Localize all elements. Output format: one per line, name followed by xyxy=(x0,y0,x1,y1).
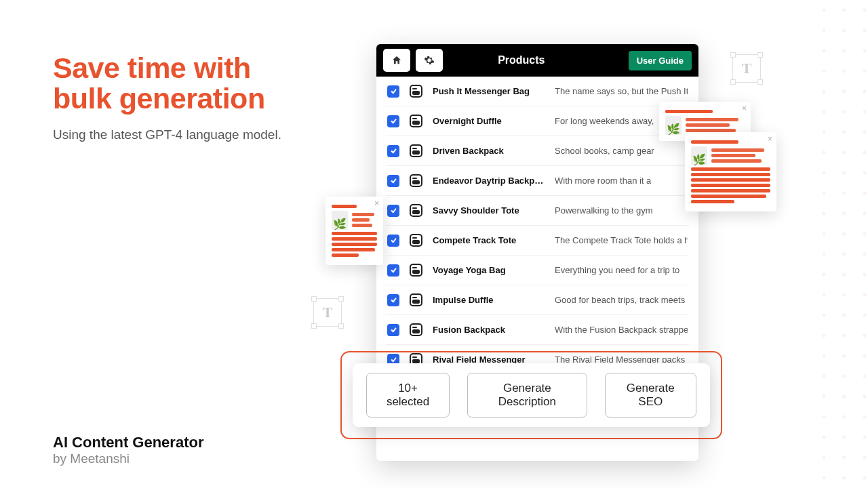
product-list: Push It Messenger BagThe name says so, b… xyxy=(376,77,698,375)
product-thumb-icon xyxy=(410,85,422,98)
product-desc: With the Fusion Backpack strappe xyxy=(555,325,688,335)
close-icon[interactable]: × xyxy=(374,199,379,208)
product-thumb-icon xyxy=(410,204,422,217)
user-guide-button[interactable]: User Guide xyxy=(629,51,692,70)
product-name: Compete Track Tote xyxy=(433,235,545,245)
selected-count-pill[interactable]: 10+ selected xyxy=(366,373,450,418)
product-desc: The name says so, but the Push It xyxy=(555,86,688,96)
close-icon[interactable]: × xyxy=(742,104,747,113)
bulk-action-bar: 10+ selected Generate Description Genera… xyxy=(353,363,710,427)
brand-title: AI Content Generator xyxy=(53,434,203,451)
table-row[interactable]: Endeavor Daytrip BackpackWith more room … xyxy=(386,166,689,196)
close-icon[interactable]: × xyxy=(768,134,772,144)
product-name: Driven Backpack xyxy=(433,146,545,156)
row-checkbox[interactable] xyxy=(387,324,399,336)
row-checkbox[interactable] xyxy=(387,145,399,157)
generate-description-button[interactable]: Generate Description xyxy=(467,373,587,418)
product-desc: The Compete Track Tote holds a h xyxy=(555,235,688,245)
product-name: Endeavor Daytrip Backpack xyxy=(433,176,545,186)
row-checkbox[interactable] xyxy=(387,294,399,306)
product-name: Push It Messenger Bag xyxy=(433,86,545,96)
table-row[interactable]: Overnight DuffleFor long weekends away, xyxy=(386,106,689,136)
page-subtitle: Using the latest GPT-4 language model. xyxy=(53,127,344,142)
page-title: Save time with bulk generation xyxy=(53,53,344,114)
table-row[interactable]: Impulse DuffleGood for beach trips, trac… xyxy=(386,285,689,315)
product-desc: Powerwalking to the gym xyxy=(555,205,688,216)
product-name: Fusion Backpack xyxy=(433,325,545,335)
app-title: Products xyxy=(414,54,629,66)
table-row[interactable]: Driven BackpackSchool books, camp gear xyxy=(386,136,689,166)
row-checkbox[interactable] xyxy=(387,175,399,187)
brand-block: AI Content Generator by Meetanshi xyxy=(53,434,203,466)
product-desc: School books, camp gear xyxy=(555,146,688,156)
table-row[interactable]: Fusion BackpackWith the Fusion Backpack … xyxy=(386,315,689,345)
row-checkbox[interactable] xyxy=(387,235,399,247)
preview-card: × 🌿 xyxy=(685,132,776,211)
table-row[interactable]: Voyage Yoga BagEverything you need for a… xyxy=(386,256,689,285)
bulk-action-frame: 10+ selected Generate Description Genera… xyxy=(340,351,722,439)
preview-card: × 🌿 xyxy=(326,197,383,265)
product-desc: With more room than it a xyxy=(555,176,688,186)
product-name: Impulse Duffle xyxy=(433,295,545,305)
row-checkbox[interactable] xyxy=(387,85,399,98)
plant-icon: 🌿 xyxy=(691,146,707,165)
bg-pattern xyxy=(814,0,868,488)
product-thumb-icon xyxy=(410,323,422,336)
text-frame-icon: T xyxy=(732,54,761,83)
generate-seo-button[interactable]: Generate SEO xyxy=(605,373,696,418)
product-thumb-icon xyxy=(410,115,422,127)
product-name: Overnight Duffle xyxy=(433,116,545,126)
text-frame-icon: T xyxy=(313,298,342,327)
product-name: Voyage Yoga Bag xyxy=(433,265,545,275)
table-row[interactable]: Compete Track ToteThe Compete Track Tote… xyxy=(386,226,689,256)
row-checkbox[interactable] xyxy=(387,205,399,217)
app-header: Products User Guide xyxy=(376,44,698,77)
row-checkbox[interactable] xyxy=(387,264,399,277)
product-desc: Good for beach trips, track meets xyxy=(555,295,688,305)
product-thumb-icon xyxy=(410,234,422,247)
row-checkbox[interactable] xyxy=(387,115,399,127)
brand-sub: by Meetanshi xyxy=(53,451,203,466)
product-name: Savvy Shoulder Tote xyxy=(433,205,545,216)
plant-icon: 🌿 xyxy=(665,116,682,135)
product-thumb-icon xyxy=(410,264,422,277)
plant-icon: 🌿 xyxy=(332,211,348,230)
table-row[interactable]: Push It Messenger BagThe name says so, b… xyxy=(386,77,689,106)
headline-block: Save time with bulk generation Using the… xyxy=(53,53,344,142)
table-row[interactable]: Savvy Shoulder TotePowerwalking to the g… xyxy=(386,196,689,226)
home-button[interactable] xyxy=(383,49,410,72)
product-thumb-icon xyxy=(410,293,422,306)
home-icon xyxy=(391,55,402,66)
product-desc: Everything you need for a trip to xyxy=(555,265,688,275)
product-thumb-icon xyxy=(410,174,422,187)
product-thumb-icon xyxy=(410,144,422,157)
